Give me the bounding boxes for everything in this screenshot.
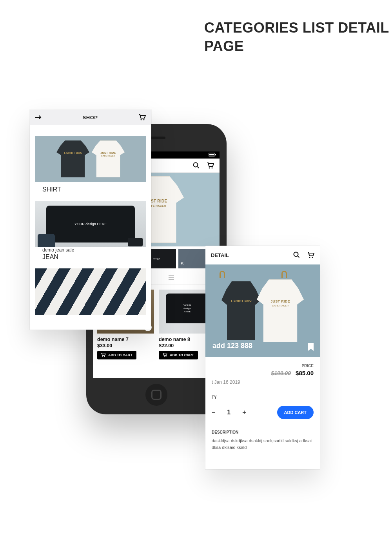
detail-screen: DETAIL T-SHIRT BAC JUST RIDECAFE RACER a… <box>205 246 320 469</box>
category-label: SHIRT <box>35 182 146 194</box>
category-label: JEAN <box>35 253 146 261</box>
category-item[interactable] <box>35 268 146 315</box>
category-jean[interactable]: YOUR design HERE demo jean sale JEAN <box>35 201 146 261</box>
back-arrow-icon[interactable] <box>35 115 42 120</box>
svg-point-13 <box>309 257 310 258</box>
detail-title: DETAIL <box>211 252 229 258</box>
svg-point-12 <box>294 252 298 257</box>
detail-header: DETAIL <box>205 246 320 264</box>
cart-icon[interactable] <box>307 252 314 259</box>
svg-point-6 <box>209 167 210 168</box>
page-title: CATEGORIES LIST DETAIL PAGE <box>204 19 392 56</box>
quantity-label: TY <box>212 395 314 399</box>
product-price: $33.00 <box>97 343 154 348</box>
thumb-label: S <box>181 261 183 266</box>
svg-point-11 <box>166 356 167 357</box>
search-icon[interactable] <box>293 252 300 259</box>
date-text: t Jan 16 2019 <box>205 378 320 392</box>
quantity-stepper: − 1 + <box>212 409 246 416</box>
search-icon[interactable] <box>193 162 200 169</box>
new-price: $85.00 <box>296 370 314 376</box>
svg-point-1 <box>143 119 145 120</box>
description-label: DESCRIPTION <box>212 430 314 434</box>
home-button[interactable] <box>145 384 167 406</box>
svg-point-9 <box>104 356 105 357</box>
add-cart-button[interactable]: ADD CART <box>277 406 314 419</box>
svg-point-5 <box>194 162 198 167</box>
list-view-icon[interactable] <box>169 275 174 280</box>
price-label: PRICE <box>301 364 314 368</box>
shop-header: SHOP <box>30 110 151 125</box>
description-text: daskldjsa dskdjksa dsakldj sadkjsadkl sa… <box>212 438 314 450</box>
shop-screen: SHOP T-SHIRT BAC JUST RIDECAFE RACER SHI… <box>30 110 151 330</box>
add-to-cart-button[interactable]: ADD TO CART <box>159 351 198 359</box>
shop-title: SHOP <box>83 115 98 120</box>
cart-icon[interactable] <box>139 114 146 120</box>
svg-point-14 <box>312 257 313 258</box>
qty-value: 1 <box>227 409 230 416</box>
category-shirt[interactable]: T-SHIRT BAC JUST RIDECAFE RACER SHIRT <box>35 136 146 194</box>
product-name: demo name 7 <box>97 337 154 342</box>
qty-minus-button[interactable]: − <box>212 409 215 416</box>
svg-point-10 <box>164 356 165 357</box>
detail-hero[interactable]: T-SHIRT BAC JUST RIDECAFE RACER add 123 … <box>205 264 320 357</box>
category-sub: demo jean sale <box>35 247 146 253</box>
svg-rect-4 <box>215 154 216 155</box>
add-to-cart-button[interactable]: ADD TO CART <box>97 351 136 359</box>
svg-point-0 <box>141 119 142 120</box>
svg-point-7 <box>212 167 213 168</box>
battery-icon <box>209 153 216 157</box>
cart-icon[interactable] <box>207 162 214 169</box>
svg-point-8 <box>102 356 103 357</box>
svg-rect-3 <box>209 154 214 155</box>
old-price: $100.00 <box>271 370 291 376</box>
qty-plus-button[interactable]: + <box>242 409 246 416</box>
